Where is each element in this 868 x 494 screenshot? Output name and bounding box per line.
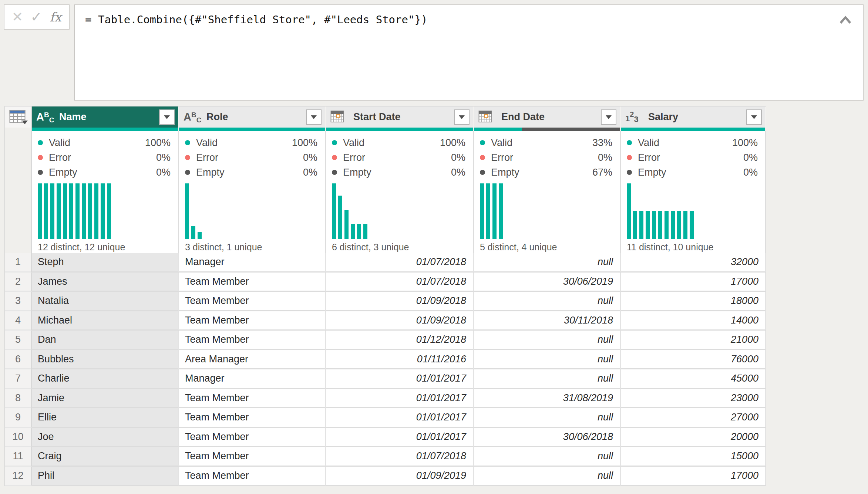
row-number[interactable]: 4 [5, 311, 32, 331]
cell-salary[interactable]: 23000 [621, 389, 766, 409]
cell-start-date[interactable]: 01/01/2017 [326, 389, 474, 409]
cell-role[interactable]: Team Member [179, 311, 326, 331]
cell-salary[interactable]: 18000 [621, 292, 766, 311]
cell-role[interactable]: Manager [179, 253, 326, 273]
formula-check-icon[interactable]: ✓ [30, 10, 42, 24]
row-number[interactable]: 1 [5, 253, 32, 273]
row-number[interactable]: 2 [5, 273, 32, 292]
cell-name[interactable]: Natalia [32, 292, 179, 311]
formula-collapse-button[interactable] [839, 16, 852, 25]
cell-name[interactable]: Michael [32, 311, 179, 331]
filter-dropdown-button[interactable] [306, 109, 322, 125]
cell-start-date[interactable]: 01/09/2018 [326, 292, 474, 311]
filter-dropdown-button[interactable] [601, 109, 616, 125]
formula-input[interactable]: = Table.Combine({#"Sheffield Store", #"L… [75, 5, 863, 26]
cell-name[interactable]: Jamie [32, 389, 179, 409]
valid-stat: Valid100% [621, 135, 765, 150]
column-header-end-date[interactable]: End Date [474, 106, 621, 128]
cell-role[interactable]: Team Member [179, 389, 326, 409]
cell-salary[interactable]: 20000 [621, 428, 766, 447]
cell-role[interactable]: Team Member [179, 428, 326, 447]
cell-end-date[interactable]: null [474, 408, 621, 428]
select-all-button[interactable] [5, 106, 32, 128]
cell-salary[interactable]: 17000 [621, 467, 766, 486]
cell-start-date[interactable]: 01/01/2017 [326, 428, 474, 447]
cell-end-date[interactable]: null [474, 369, 621, 389]
cell-end-date[interactable]: null [474, 253, 621, 273]
row-number[interactable]: 7 [5, 369, 32, 389]
row-number[interactable]: 8 [5, 389, 32, 409]
column-header-name[interactable]: ABC Name [32, 106, 179, 128]
cell-name[interactable]: Bubbles [32, 350, 179, 370]
row-number[interactable]: 5 [5, 331, 32, 350]
row-number[interactable]: 12 [5, 467, 32, 486]
formula-fx-icon[interactable]: fx [50, 11, 61, 23]
cell-salary[interactable]: 76000 [621, 350, 766, 370]
row-number[interactable]: 6 [5, 350, 32, 370]
valid-dot-icon [627, 140, 632, 145]
cell-end-date[interactable]: null [474, 350, 621, 370]
cell-end-date[interactable]: null [474, 292, 621, 311]
empty-dot-icon [38, 170, 43, 175]
valid-dot-icon [332, 140, 337, 145]
cell-salary[interactable]: 32000 [621, 253, 766, 273]
cell-name[interactable]: Ellie [32, 408, 179, 428]
cell-role[interactable]: Team Member [179, 408, 326, 428]
cell-start-date[interactable]: 01/11/2016 [326, 350, 474, 370]
value-distribution-histogram[interactable] [38, 183, 178, 239]
value-distribution-histogram[interactable] [332, 183, 473, 239]
cell-start-date[interactable]: 01/12/2018 [326, 331, 474, 350]
cell-role[interactable]: Team Member [179, 467, 326, 486]
cell-end-date[interactable]: 31/08/2019 [474, 389, 621, 409]
cell-salary[interactable]: 45000 [621, 369, 766, 389]
row-number[interactable]: 3 [5, 292, 32, 311]
cell-start-date[interactable]: 01/09/2019 [326, 467, 474, 486]
formula-cancel-icon[interactable]: ✕ [12, 10, 23, 24]
filter-dropdown-button[interactable] [159, 109, 175, 125]
cell-end-date[interactable]: 30/06/2019 [474, 273, 621, 292]
column-header-role[interactable]: ABC Role [179, 106, 326, 128]
cell-name[interactable]: Dan [32, 331, 179, 350]
cell-end-date[interactable]: null [474, 331, 621, 350]
valid-percent: 100% [292, 137, 317, 149]
cell-name[interactable]: Steph [32, 253, 179, 273]
cell-role[interactable]: Team Member [179, 292, 326, 311]
cell-name[interactable]: Charlie [32, 369, 179, 389]
cell-role[interactable]: Team Member [179, 331, 326, 350]
cell-name[interactable]: James [32, 273, 179, 292]
cell-end-date[interactable]: null [474, 447, 621, 467]
cell-salary[interactable]: 21000 [621, 331, 766, 350]
cell-salary[interactable]: 14000 [621, 311, 766, 331]
column-header-start-date[interactable]: Start Date [326, 106, 474, 128]
cell-role[interactable]: Manager [179, 369, 326, 389]
row-number[interactable]: 11 [5, 447, 32, 467]
cell-name[interactable]: Joe [32, 428, 179, 447]
cell-role[interactable]: Team Member [179, 447, 326, 467]
cell-name[interactable]: Phil [32, 467, 179, 486]
filter-dropdown-button[interactable] [454, 109, 470, 125]
value-distribution-histogram[interactable] [627, 183, 765, 239]
filter-dropdown-button[interactable] [746, 109, 762, 125]
value-distribution-histogram[interactable] [185, 183, 325, 239]
cell-name[interactable]: Craig [32, 447, 179, 467]
column-header-salary[interactable]: 123 Salary [621, 106, 766, 128]
cell-end-date[interactable]: 30/11/2018 [474, 311, 621, 331]
text-type-icon: ABC [36, 112, 55, 122]
cell-start-date[interactable]: 01/07/2018 [326, 253, 474, 273]
cell-role[interactable]: Team Member [179, 273, 326, 292]
cell-salary[interactable]: 17000 [621, 273, 766, 292]
cell-role[interactable]: Area Manager [179, 350, 326, 370]
cell-start-date[interactable]: 01/07/2018 [326, 447, 474, 467]
cell-start-date[interactable]: 01/07/2018 [326, 273, 474, 292]
value-distribution-histogram[interactable] [480, 183, 620, 239]
cell-start-date[interactable]: 01/01/2017 [326, 369, 474, 389]
cell-salary[interactable]: 27000 [621, 408, 766, 428]
cell-end-date[interactable]: 30/06/2018 [474, 428, 621, 447]
cell-start-date[interactable]: 01/01/2017 [326, 408, 474, 428]
row-number[interactable]: 10 [5, 428, 32, 447]
cell-start-date[interactable]: 01/09/2018 [326, 311, 474, 331]
cell-salary[interactable]: 15000 [621, 447, 766, 467]
dropdown-arrow-icon [311, 115, 317, 119]
cell-end-date[interactable]: null [474, 467, 621, 486]
row-number[interactable]: 9 [5, 408, 32, 428]
